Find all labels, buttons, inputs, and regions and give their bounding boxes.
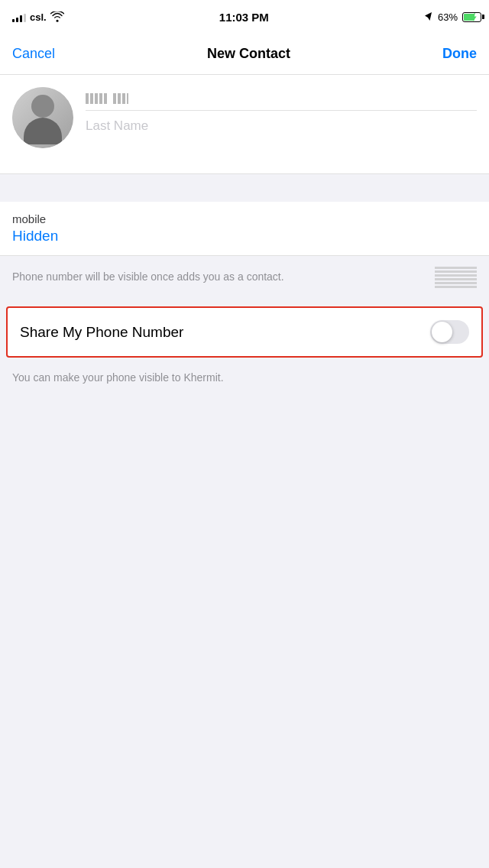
status-right: 63% <box>424 11 477 23</box>
phone-info-text: Phone number will be visible once adds y… <box>12 270 423 285</box>
phone-info-section: Phone number will be visible once adds y… <box>0 256 489 299</box>
status-time: 11:03 PM <box>219 11 269 24</box>
location-icon <box>424 11 433 22</box>
signal-bars-icon <box>12 11 26 22</box>
status-left: csl. <box>12 11 64 23</box>
first-name-blurred-icon <box>86 93 107 104</box>
cancel-button[interactable]: Cancel <box>12 46 55 62</box>
last-name-input[interactable] <box>86 118 477 134</box>
battery-icon <box>462 12 481 22</box>
page-title: New Contact <box>207 46 290 62</box>
share-phone-toggle[interactable] <box>430 320 469 344</box>
share-phone-footer: You can make your phone visible to Kherm… <box>0 365 489 396</box>
first-name-row <box>86 93 477 111</box>
phone-section: mobile Hidden <box>0 202 489 256</box>
name-fields <box>86 87 477 134</box>
avatar-placeholder <box>12 87 73 148</box>
avatar-body <box>24 118 62 144</box>
done-button[interactable]: Done <box>442 46 477 62</box>
avatar-head <box>31 95 54 118</box>
share-phone-section: Share My Phone Number <box>6 306 483 358</box>
last-name-row <box>86 111 477 134</box>
toggle-knob <box>432 322 452 342</box>
battery-percent: 63% <box>438 11 458 23</box>
first-name-blurred-icon-2 <box>113 93 128 104</box>
avatar-inner <box>16 91 70 144</box>
nav-bar: Cancel New Contact Done <box>0 34 489 75</box>
signal-bar-2 <box>16 18 18 22</box>
carrier-name: csl. <box>30 11 47 23</box>
contact-form-section <box>0 75 489 174</box>
avatar[interactable] <box>12 87 73 148</box>
phone-label: mobile <box>12 212 477 225</box>
phone-number: Hidden <box>12 228 477 245</box>
wifi-icon <box>50 11 64 22</box>
empty-space <box>0 396 489 663</box>
signal-bar-1 <box>12 19 15 22</box>
status-bar: csl. 11:03 PM 63% <box>0 0 489 34</box>
signal-bar-3 <box>20 15 22 22</box>
phone-blurred-icon <box>435 267 477 288</box>
signal-bar-4 <box>24 14 26 22</box>
share-phone-label: Share My Phone Number <box>20 324 183 341</box>
section-separator <box>0 174 489 202</box>
